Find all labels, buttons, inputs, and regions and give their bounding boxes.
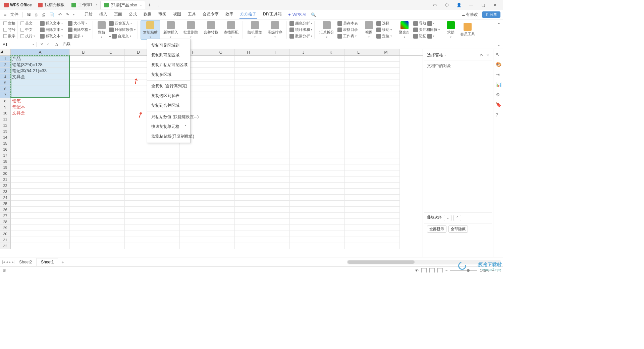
round-button[interactable]: 四舍五入 ▾ bbox=[109, 20, 136, 27]
cell[interactable] bbox=[11, 231, 70, 237]
move-up-button[interactable]: ⌃ bbox=[453, 215, 461, 221]
settings-icon[interactable]: ⚙ bbox=[496, 92, 501, 97]
cell[interactable] bbox=[262, 183, 290, 189]
cell[interactable] bbox=[372, 74, 400, 80]
cell[interactable] bbox=[290, 231, 317, 237]
cell[interactable] bbox=[97, 140, 125, 146]
row-header[interactable]: 19 bbox=[0, 164, 11, 170]
dropdown-item[interactable]: 复制并粘贴可见区域 bbox=[147, 60, 190, 70]
row-header[interactable]: 26 bbox=[0, 207, 11, 213]
cell[interactable] bbox=[317, 219, 345, 225]
menu-tab-公式[interactable]: 公式 bbox=[128, 10, 138, 19]
cell[interactable] bbox=[207, 92, 235, 98]
save-table-button[interactable]: 另存本表 bbox=[337, 20, 358, 27]
cell[interactable] bbox=[345, 92, 372, 98]
locate-button[interactable]: 定位 ▾ bbox=[376, 33, 392, 39]
cell[interactable] bbox=[125, 170, 152, 177]
cell[interactable] bbox=[317, 116, 345, 122]
cell[interactable] bbox=[97, 116, 125, 122]
print-icon[interactable]: 🖨 bbox=[40, 12, 47, 18]
cell[interactable] bbox=[207, 116, 235, 122]
cell[interactable] bbox=[235, 189, 262, 195]
cell[interactable] bbox=[70, 140, 97, 146]
cell[interactable] bbox=[262, 195, 290, 201]
cell[interactable] bbox=[125, 195, 152, 201]
cell[interactable] bbox=[180, 158, 207, 164]
cell[interactable] bbox=[70, 183, 97, 189]
cell[interactable] bbox=[152, 164, 180, 170]
row-header[interactable]: 6 bbox=[0, 86, 11, 92]
cell[interactable] bbox=[235, 164, 262, 170]
cell[interactable] bbox=[262, 177, 290, 183]
cell[interactable] bbox=[11, 201, 70, 207]
checkbox-execute[interactable]: 执行 ▾ bbox=[20, 33, 35, 39]
share-button[interactable]: ⇪ 分享 bbox=[482, 11, 500, 18]
extract-text-button[interactable]: 截取文本 ▾ bbox=[40, 33, 63, 39]
cell[interactable] bbox=[235, 219, 262, 225]
cell[interactable] bbox=[152, 219, 180, 225]
cell[interactable] bbox=[345, 195, 372, 201]
cell[interactable] bbox=[345, 98, 372, 104]
cell[interactable] bbox=[70, 243, 97, 249]
cell[interactable] bbox=[345, 243, 372, 249]
cell[interactable] bbox=[207, 68, 235, 74]
panel-close-icon[interactable]: ✕ bbox=[486, 53, 489, 57]
cell[interactable] bbox=[125, 225, 152, 231]
panel-dropdown-icon[interactable]: ▾ bbox=[444, 54, 446, 57]
column-header[interactable]: G bbox=[207, 49, 235, 55]
cell[interactable] bbox=[180, 170, 207, 177]
checkbox-chinese[interactable]: 中文 bbox=[20, 27, 35, 33]
row-header[interactable]: 22 bbox=[0, 183, 11, 189]
cell[interactable] bbox=[372, 225, 400, 231]
more-button[interactable]: 更多 ▾ bbox=[68, 33, 91, 39]
cell[interactable] bbox=[11, 128, 70, 134]
cell[interactable] bbox=[345, 213, 372, 219]
cell[interactable] bbox=[372, 158, 400, 164]
cell[interactable] bbox=[345, 140, 372, 146]
cell[interactable] bbox=[262, 243, 290, 249]
cell[interactable] bbox=[207, 243, 235, 249]
formula-input[interactable]: 产品 bbox=[60, 42, 494, 47]
cell[interactable] bbox=[262, 128, 290, 134]
dropdown-item[interactable]: 监测粘贴板(只复制数值) bbox=[147, 132, 190, 141]
cell[interactable] bbox=[372, 237, 400, 243]
move-button[interactable]: 移动 ▾ bbox=[376, 27, 392, 33]
cell[interactable] bbox=[317, 128, 345, 134]
cell[interactable] bbox=[180, 146, 207, 152]
cell[interactable] bbox=[345, 116, 372, 122]
cell[interactable] bbox=[290, 201, 317, 207]
cell[interactable] bbox=[152, 225, 180, 231]
bookmark-icon[interactable]: 🔖 bbox=[496, 102, 501, 107]
cell[interactable] bbox=[317, 110, 345, 116]
cell[interactable] bbox=[262, 146, 290, 152]
cell[interactable] bbox=[70, 158, 97, 164]
cell[interactable] bbox=[97, 86, 125, 92]
row-header[interactable]: 5 bbox=[0, 80, 11, 86]
cell[interactable] bbox=[70, 195, 97, 201]
menu-tab-审阅[interactable]: 审阅 bbox=[158, 10, 167, 19]
cell[interactable] bbox=[207, 122, 235, 128]
save-icon[interactable]: 🖫 bbox=[25, 12, 32, 18]
cell[interactable] bbox=[290, 170, 317, 177]
cell[interactable] bbox=[372, 219, 400, 225]
cell[interactable] bbox=[125, 158, 152, 164]
cell[interactable] bbox=[70, 177, 97, 183]
cell[interactable] bbox=[11, 140, 70, 146]
sheet-next-icon[interactable]: ▸ bbox=[9, 260, 11, 264]
row-header[interactable]: 18 bbox=[0, 158, 11, 164]
cell[interactable] bbox=[345, 158, 372, 164]
sheet-last-icon[interactable]: ▸| bbox=[12, 260, 15, 264]
checkbox-number[interactable]: 数字 bbox=[3, 33, 15, 39]
cell[interactable] bbox=[290, 146, 317, 152]
row-header[interactable]: 14 bbox=[0, 134, 11, 140]
cell[interactable] bbox=[290, 62, 317, 68]
color-analysis-button[interactable]: 颜色分析 ▾ bbox=[289, 20, 312, 27]
column-header[interactable]: L bbox=[345, 49, 372, 55]
cell[interactable] bbox=[235, 195, 262, 201]
avatar-icon[interactable]: 👤 bbox=[455, 3, 463, 7]
cell[interactable] bbox=[290, 98, 317, 104]
cell[interactable] bbox=[97, 189, 125, 195]
data-analysis-button[interactable]: 数据分析 ▾ bbox=[289, 33, 312, 39]
sheet-first-icon[interactable]: |◂ bbox=[2, 260, 5, 264]
cell[interactable] bbox=[152, 237, 180, 243]
